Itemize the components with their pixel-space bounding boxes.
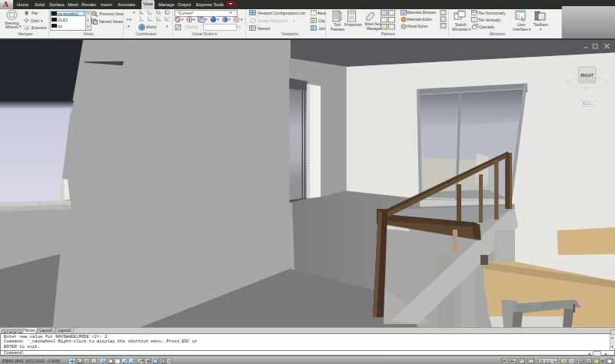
- svg-text:WCS: WCS: [582, 102, 590, 106]
- svg-text:S: S: [584, 86, 587, 90]
- svg-text:1:1: 1:1: [545, 359, 550, 364]
- svg-text:RIGHT: RIGHT: [580, 73, 593, 78]
- svg-text:▾: ▾: [593, 103, 595, 106]
